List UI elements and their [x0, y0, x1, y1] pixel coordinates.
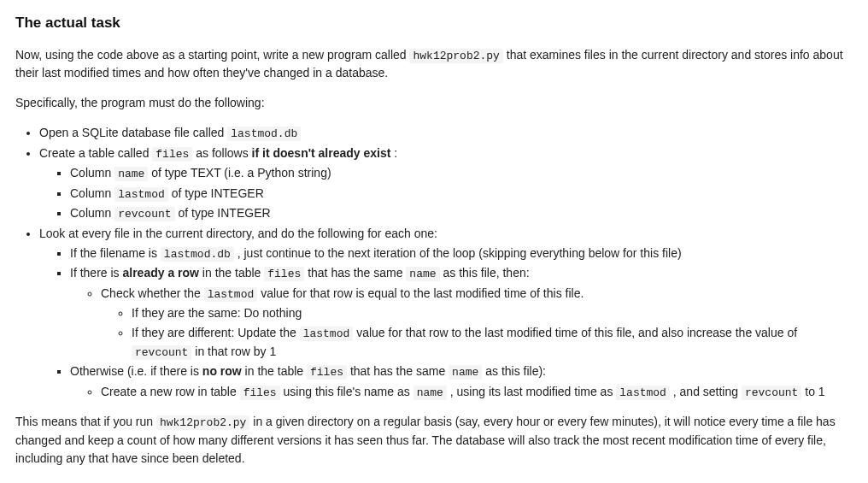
code-column: lastmod: [616, 386, 670, 400]
columns-list: Column name of type TEXT (i.e. a Python …: [39, 164, 853, 223]
emphasis: no row: [202, 364, 242, 378]
text: If there is: [70, 266, 122, 280]
text: :: [394, 146, 397, 160]
text: Create a table called: [39, 146, 152, 160]
text: value for that row to the last modified …: [356, 326, 797, 339]
list-item: If the filename is lastmod.db , just con…: [70, 244, 853, 263]
code-column: lastmod: [204, 287, 258, 302]
check-list: Check whether the lastmod value for that…: [70, 285, 853, 362]
code-table: files: [240, 386, 280, 400]
branch-list: If they are the same: Do nothing If they…: [101, 304, 853, 361]
list-item: If they are different: Update the lastmo…: [132, 324, 853, 361]
list-item: Check whether the lastmod value for that…: [101, 285, 853, 362]
code-table: files: [307, 365, 347, 380]
text: If the filename is: [70, 246, 161, 260]
emphasis: if it doesn't already exist: [252, 146, 391, 160]
text: as this file):: [485, 364, 546, 378]
file-loop-list: If the filename is lastmod.db , just con…: [39, 244, 853, 402]
text: , and setting: [673, 385, 742, 398]
code-column: name: [406, 267, 439, 281]
list-item: Open a SQLite database file called lastm…: [39, 124, 853, 143]
text: of type TEXT (i.e. a Python string): [151, 166, 331, 180]
list-item: Column name of type TEXT (i.e. a Python …: [70, 164, 853, 183]
code-column: lastmod: [114, 187, 168, 202]
text: , using its last modified time as: [450, 385, 617, 398]
text: that has the same: [308, 266, 406, 280]
code-dbfile: lastmod.db: [227, 127, 301, 141]
text: as this file, then:: [443, 266, 529, 280]
code-column: name: [114, 167, 148, 181]
specifically-paragraph: Specifically, the program must do the fo…: [15, 94, 853, 112]
code-column: lastmod: [300, 327, 354, 341]
text: Open a SQLite database file called: [39, 126, 227, 139]
code-filename: hwk12prob2.py: [156, 415, 249, 430]
intro-paragraph: Now, using the code above as a starting …: [15, 46, 853, 83]
code-column: name: [449, 365, 482, 380]
text: Column: [70, 186, 114, 200]
text: to 1: [805, 385, 824, 398]
text: using this file's name as: [284, 385, 413, 398]
code-dbfile: lastmod.db: [161, 247, 234, 262]
text: in the table: [245, 364, 307, 378]
code-column: revcount: [132, 345, 191, 360]
test-paragraph: Test your program by running it in the d…: [15, 480, 853, 484]
emphasis: already a row: [122, 266, 199, 280]
text: of type INTEGER: [172, 186, 264, 200]
text: of type INTEGER: [178, 206, 270, 220]
explanation-paragraph: This means that if you run hwk12prob2.py…: [15, 413, 853, 468]
assignment-document: The actual task Now, using the code abov…: [0, 0, 868, 483]
text: Check whether the: [101, 286, 204, 300]
text: value for that row is equal to the last …: [261, 286, 584, 300]
list-item: Column lastmod of type INTEGER: [70, 185, 853, 203]
code-table: files: [264, 267, 304, 281]
section-heading: The actual task: [15, 12, 853, 34]
list-item: Otherwise (i.e. if there is no row in th…: [70, 362, 853, 401]
text: Now, using the code above as a starting …: [15, 48, 409, 62]
code-column: revcount: [114, 207, 174, 221]
code-table: files: [152, 147, 192, 162]
text: This means that if you run: [15, 415, 156, 428]
text: in that row by 1: [195, 345, 276, 358]
code-column: name: [413, 386, 447, 400]
list-item: If they are the same: Do nothing: [132, 304, 853, 322]
text: Column: [70, 206, 114, 220]
text: If they are different: Update the: [132, 326, 300, 339]
code-column: revcount: [742, 386, 801, 400]
text: Otherwise (i.e. if there is: [70, 364, 202, 378]
list-item: If there is already a row in the table f…: [70, 264, 853, 361]
create-row-list: Create a new row in table files using th…: [70, 383, 853, 402]
text: If they are the same: Do nothing: [132, 306, 302, 320]
text: as follows: [196, 146, 251, 160]
code-filename: hwk12prob2.py: [409, 49, 502, 63]
text: that has the same: [350, 364, 449, 378]
list-item: Column revcount of type INTEGER: [70, 204, 853, 223]
text: Create a new row in table: [101, 385, 240, 398]
requirements-list: Open a SQLite database file called lastm…: [15, 124, 853, 401]
list-item: Create a table called files as follows i…: [39, 144, 853, 223]
list-item: Create a new row in table files using th…: [101, 383, 853, 402]
text: , just continue to the next iteration of…: [238, 246, 682, 260]
list-item: Look at every file in the current direct…: [39, 225, 853, 402]
text: Column: [70, 166, 114, 180]
text: Look at every file in the current direct…: [39, 227, 437, 240]
text: in the table: [202, 266, 264, 280]
